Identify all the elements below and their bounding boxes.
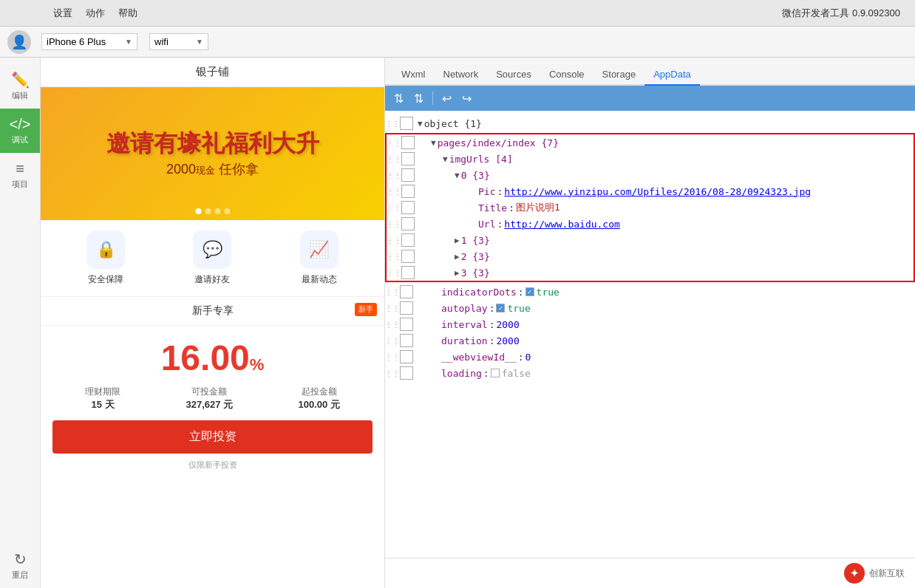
tree-row-pic[interactable]: ⋮⋮ Pic : http://www.yinzipu.com/Upfiles/… (387, 183, 914, 199)
root-label: object {1} (424, 118, 482, 129)
sidebar-item-debug[interactable]: </> 调试 (0, 109, 40, 153)
checkbox-interval[interactable] (400, 318, 413, 331)
gutter-pages: ⋮⋮ (387, 139, 401, 147)
banner-dots (195, 208, 230, 214)
tree-row-item1[interactable]: ⋮⋮ ▶ 1 {3} (387, 232, 914, 248)
sidebar: ✏️ 编辑 </> 调试 ≡ 项目 ↻ 重启 (0, 58, 41, 588)
sidebar-item-project[interactable]: ≡ 项目 (0, 153, 40, 197)
tree-row-imgurls[interactable]: ⋮⋮ ▼ imgUrls [4] (387, 151, 914, 167)
invest-button[interactable]: 立即投资 (52, 420, 373, 454)
dot-1 (195, 208, 201, 214)
tab-sources[interactable]: Sources (487, 64, 540, 86)
title-value: 图片说明1 (516, 201, 560, 214)
devtools-panel: Wxml Network Sources Console Storage App… (385, 58, 915, 588)
new-badge: 新手 (355, 303, 377, 316)
gutter-autoplay: ⋮⋮ (385, 304, 400, 312)
dot-3 (214, 208, 220, 214)
dt-btn-down[interactable]: ⇅ (411, 90, 426, 107)
icon-invite[interactable]: 💬 邀请好友 (193, 230, 231, 286)
item1-key: 1 {3} (461, 235, 490, 246)
security-label: 安全保障 (88, 273, 123, 286)
loading-key: loading (441, 368, 482, 379)
arrow-pages[interactable]: ▼ (431, 138, 436, 148)
min-value: 100.00 元 (298, 398, 339, 411)
tree-row-duration[interactable]: ⋮⋮ duration : 2000 (385, 332, 915, 349)
simulator-panel: 银子铺 邀请有壕礼福利大升 2000现金 任你拿 🔒 (41, 58, 385, 588)
checkbox-item3[interactable] (401, 266, 415, 279)
tree-row-title[interactable]: ⋮⋮ Title : 图片说明1 (387, 199, 914, 216)
tab-appdata[interactable]: AppData (644, 64, 700, 86)
checkbox-pages[interactable] (401, 136, 415, 149)
tree-row-indicatordots[interactable]: ⋮⋮ indicatorDots : true (385, 284, 915, 300)
checkbox-url[interactable] (401, 217, 415, 230)
gutter-item3: ⋮⋮ (387, 269, 401, 277)
tab-console[interactable]: Console (540, 64, 593, 86)
checkbox-duration[interactable] (400, 334, 413, 347)
device-selector[interactable]: iPhone 6 Plus ▼ (41, 33, 137, 50)
menu-settings[interactable]: 设置 (53, 7, 72, 20)
checkbox-webviewid[interactable] (400, 350, 413, 363)
tab-network[interactable]: Network (435, 64, 488, 86)
tree-row-url[interactable]: ⋮⋮ Url : http://www.baidu.com (387, 216, 914, 232)
min-label: 起投金额 (298, 386, 339, 398)
gutter-pic: ⋮⋮ (387, 188, 401, 196)
tree-row-item2[interactable]: ⋮⋮ ▶ 2 {3} (387, 248, 914, 264)
arrow-item0[interactable]: ▼ (455, 171, 460, 180)
bottom-toolbar: ✦ 创新互联 (385, 558, 915, 588)
tree-row-loading[interactable]: ⋮⋮ loading : false (385, 365, 915, 381)
arrow-root[interactable]: ▼ (418, 119, 423, 129)
sidebar-label-project: 项目 (12, 179, 28, 190)
duration-key: duration (441, 335, 488, 346)
checkbox-autoplay[interactable] (400, 301, 413, 315)
network-selector[interactable]: wifi ▼ (149, 33, 208, 50)
arrow-item1[interactable]: ▶ (455, 236, 460, 245)
tree-row-interval[interactable]: ⋮⋮ interval : 2000 (385, 316, 915, 332)
shop-name: 银子铺 (196, 65, 229, 78)
banner-sub: 2000现金 任你拿 (106, 160, 319, 178)
tree-row-root[interactable]: ⋮⋮ ▼ object {1} (385, 115, 915, 131)
tree-row-item0[interactable]: ⋮⋮ ▼ 0 {3} (387, 167, 914, 183)
dt-btn-undo[interactable]: ↩ (439, 90, 455, 107)
dt-btn-up[interactable]: ⇅ (391, 90, 407, 107)
sim-new-section: 新手专享 新手 16.00% 理财期限 15 天 可投金额 327,627 元 (41, 297, 384, 478)
arrow-imgurls[interactable]: ▼ (443, 154, 448, 164)
tree-row-webviewid[interactable]: ⋮⋮ __webviewId__ : 0 (385, 349, 915, 365)
icon-news[interactable]: 📈 最新动态 (300, 230, 339, 286)
tree-row-autoplay[interactable]: ⋮⋮ autoplay : true (385, 300, 915, 316)
checkbox-imgurls[interactable] (401, 152, 415, 165)
item0-key: 0 {3} (461, 170, 490, 181)
sim-shop-header: 银子铺 (41, 58, 384, 87)
tree-row-item3[interactable]: ⋮⋮ ▶ 3 {3} (387, 264, 914, 281)
title-key: Title (478, 202, 507, 213)
menu-actions[interactable]: 动作 (86, 7, 105, 20)
tree-row-pages[interactable]: ⋮⋮ ▼ pages/index/index {7} (387, 134, 914, 151)
checkbox-item0[interactable] (401, 168, 415, 182)
checkbox-item2[interactable] (401, 250, 415, 263)
sidebar-item-edit[interactable]: ✏️ 编辑 (0, 64, 40, 109)
gutter-imgurls: ⋮⋮ (387, 155, 401, 163)
dt-btn-redo[interactable]: ↪ (459, 90, 474, 107)
sidebar-label-debug: 调试 (12, 134, 28, 146)
checkbox-title[interactable] (401, 201, 415, 214)
loading-value: false (502, 368, 531, 379)
tab-wxml[interactable]: Wxml (392, 64, 435, 86)
gutter-indicatordots: ⋮⋮ (385, 288, 400, 296)
sim-rate: 16.00% (41, 326, 384, 381)
checkbox-item1[interactable] (401, 233, 415, 247)
indicatordots-checkbox (525, 287, 534, 296)
toolbar-row: 👤 iPhone 6 Plus ▼ wifi ▼ (0, 27, 915, 58)
url-value[interactable]: http://www.baidu.com (504, 219, 620, 230)
checkbox-pic[interactable] (401, 185, 415, 198)
arrow-item2[interactable]: ▶ (455, 252, 460, 261)
arrow-item3[interactable]: ▶ (455, 268, 460, 278)
menu-help[interactable]: 帮助 (118, 7, 137, 20)
checkbox-root[interactable] (400, 117, 413, 130)
tab-storage[interactable]: Storage (593, 64, 645, 86)
checkbox-loading[interactable] (400, 366, 413, 380)
icon-security[interactable]: 🔒 安全保障 (86, 230, 125, 286)
sidebar-item-restart[interactable]: ↻ 重启 (0, 543, 40, 588)
pic-value[interactable]: http://www.yinzipu.com/Upfiles/2016/08-2… (504, 186, 811, 197)
invite-icon: 💬 (193, 230, 231, 269)
checkbox-indicatordots[interactable] (400, 285, 413, 298)
toolbar-logo: 👤 (7, 30, 31, 54)
